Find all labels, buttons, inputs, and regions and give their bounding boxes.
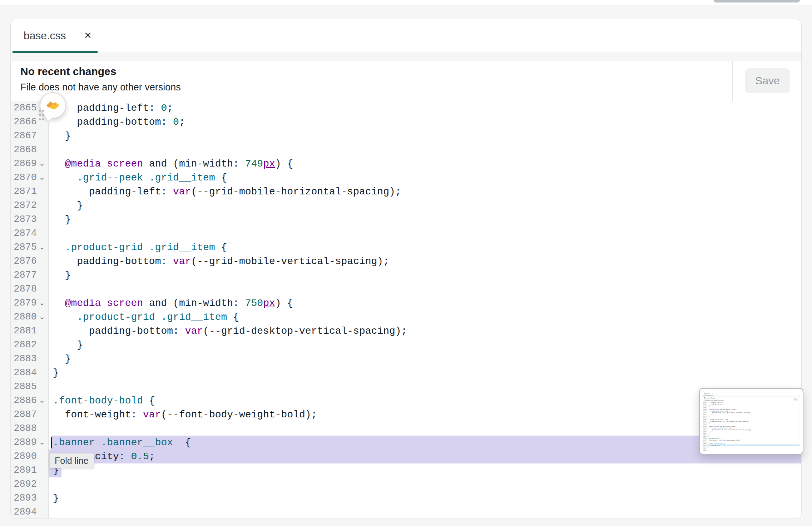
fold-chevron-icon[interactable]: ⌄ (39, 157, 48, 171)
fold-chevron-icon[interactable]: ⌄ (39, 436, 48, 450)
fold-chevron-icon[interactable] (39, 324, 48, 338)
save-button[interactable]: Save (793, 398, 798, 401)
code-line[interactable]: 2872 } (11, 199, 801, 213)
tab-base-css[interactable]: base.css ✕ (703, 392, 713, 396)
fold-chevron-icon[interactable] (39, 282, 48, 296)
code-line[interactable]: 2875⌄ .product-grid .grid__item { (11, 240, 801, 254)
code-line[interactable]: 2866 padding-bottom: 0; (11, 115, 801, 129)
line-number: 2886 (11, 394, 39, 408)
code-line[interactable]: 2877 } (11, 268, 801, 282)
code-line[interactable]: 2886⌄.font-body-bold { (11, 394, 801, 408)
code-line[interactable]: 2880⌄ .product-grid .grid__item { (11, 310, 801, 324)
code-line[interactable]: 2876 padding-bottom: var(--grid-mobile-v… (11, 254, 801, 268)
gutter: 2894 (11, 505, 49, 519)
gutter: 2881 (11, 324, 49, 338)
fold-chevron-icon[interactable]: ⌄ (39, 296, 48, 310)
reaction-bubble[interactable] (40, 92, 66, 119)
code-line[interactable]: 2890 opacity: 0.5; (11, 450, 801, 463)
code-line[interactable]: 2881 padding-bottom: var(--grid-desktop-… (11, 324, 801, 338)
gutter: 2876 (11, 254, 49, 268)
line-number: 2870 (11, 171, 39, 185)
active-tab-indicator (703, 396, 713, 396)
code-line[interactable]: 2867 } (11, 129, 801, 143)
code-line[interactable]: 2870⌄ .grid--peek .grid__item { (11, 171, 801, 185)
close-tab-icon[interactable]: ✕ (84, 30, 92, 41)
line-number: 2892 (11, 477, 39, 491)
line-number: 2871 (11, 185, 39, 199)
fold-chevron-icon[interactable]: ⌄ (39, 240, 48, 254)
code-line[interactable]: 2871 padding-left: var(--grid-mobile-hor… (11, 185, 801, 199)
handshake-emoji-icon (45, 98, 61, 113)
fold-chevron-icon[interactable]: ⌄ (39, 310, 48, 324)
code-line[interactable]: 2878 (11, 282, 801, 296)
drag-handle-dots-icon[interactable] (38, 109, 45, 121)
active-tab-indicator (13, 51, 98, 53)
version-header: No recent changes File does not have any… (11, 61, 801, 101)
fold-chevron-icon[interactable] (39, 268, 48, 282)
fold-chevron-icon[interactable] (39, 227, 48, 240)
fold-chevron-icon[interactable] (39, 254, 48, 268)
gutter: 2880⌄ (11, 310, 49, 324)
top-partial-button[interactable] (714, 0, 800, 3)
fold-chevron-icon[interactable] (39, 185, 48, 199)
line-number: 2869 (11, 157, 39, 171)
fold-chevron-icon[interactable] (39, 450, 48, 463)
fold-chevron-icon[interactable] (39, 408, 48, 422)
close-tab-icon[interactable]: ✕ (712, 393, 713, 394)
code-line[interactable]: 2874 (11, 227, 801, 240)
fold-chevron-icon[interactable] (39, 422, 48, 436)
code-line[interactable]: 2893} (11, 491, 801, 505)
code-line[interactable]: 2892 (11, 477, 801, 491)
fold-chevron-icon[interactable] (39, 199, 48, 213)
line-number: 2885 (11, 380, 39, 394)
line-number: 2894 (11, 505, 39, 519)
code-line[interactable]: 2884} (11, 366, 801, 380)
code-line[interactable]: 2882 } (11, 338, 801, 352)
fold-chevron-icon[interactable] (39, 380, 48, 394)
code-editor[interactable]: 2865 padding-left: 0;2866 padding-bottom… (11, 101, 801, 519)
code-editor[interactable]: 2865 padding-left: 0;2866 padding-bottom… (703, 402, 800, 451)
save-button[interactable]: Save (745, 68, 790, 93)
line-number: 2868 (11, 143, 39, 157)
drag-preview-thumbnail[interactable]: base.css ✕ No recent changes File does n… (699, 388, 803, 455)
fold-chevron-icon[interactable] (39, 505, 48, 519)
line-number: 2874 (11, 227, 39, 240)
line-number: 2891 (11, 463, 39, 477)
fold-chevron-icon[interactable]: ⌄ (39, 171, 48, 185)
fold-chevron-icon[interactable] (39, 491, 48, 505)
code-line[interactable]: 2888 (11, 422, 801, 436)
fold-chevron-icon[interactable]: ⌄ (39, 394, 48, 408)
code-line[interactable]: 2873 } (11, 213, 801, 227)
code-line[interactable]: 2887 font-weight: var(--font-body-weight… (11, 408, 801, 422)
code-line[interactable]: 2885 (11, 380, 801, 394)
code-line[interactable]: 2879⌄ @media screen and (min-width: 750p… (11, 296, 801, 310)
fold-chevron-icon[interactable] (39, 477, 48, 491)
code-line[interactable]: 2868 (11, 143, 801, 157)
tab-label: base.css (24, 30, 66, 42)
line-number: 2875 (11, 240, 39, 254)
code-line[interactable]: 2891} (11, 463, 801, 477)
fold-chevron-icon[interactable] (39, 143, 48, 157)
line-number: 2877 (11, 268, 39, 282)
version-header-title: No recent changes (704, 397, 716, 399)
code-line[interactable]: 2893} (703, 450, 800, 451)
fold-chevron-icon[interactable] (39, 352, 48, 366)
version-header: No recent changes File does not have any… (703, 397, 800, 402)
fold-chevron-icon[interactable] (39, 213, 48, 227)
code-line[interactable]: 2869⌄ @media screen and (min-width: 749p… (11, 157, 801, 171)
code-line[interactable]: 2894 (11, 505, 801, 519)
gutter: 2870⌄ (11, 171, 49, 185)
fold-chevron-icon[interactable] (39, 366, 48, 380)
code-line[interactable]: 2889⌄.banner .banner__box { (11, 436, 801, 450)
gutter: 2872 (11, 199, 49, 213)
tab-base-css[interactable]: base.css ✕ (13, 19, 98, 53)
gutter: 2883 (11, 352, 49, 366)
line-number: 2876 (11, 254, 39, 268)
gutter: 2891 (11, 463, 49, 477)
fold-chevron-icon[interactable] (39, 129, 48, 143)
code-line[interactable]: 2865 padding-left: 0; (11, 101, 801, 115)
gutter: 2868 (11, 143, 49, 157)
fold-chevron-icon[interactable] (39, 338, 48, 352)
fold-chevron-icon[interactable] (39, 463, 48, 477)
code-line[interactable]: 2883 } (11, 352, 801, 366)
